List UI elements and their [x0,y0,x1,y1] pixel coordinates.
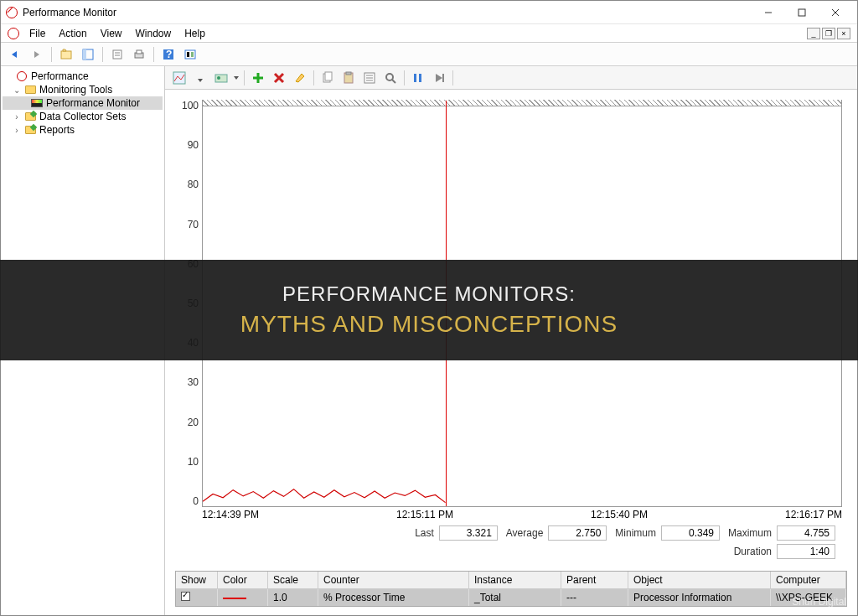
cell-counter: % Processor Time [318,589,469,606]
svg-rect-7 [113,50,121,59]
forward-button[interactable] [28,45,46,64]
col-instance[interactable]: Instance [469,572,561,588]
svg-rect-32 [442,74,444,82]
tree-performance-monitor[interactable]: Performance Monitor [3,96,163,110]
y-tick: 0 [172,495,199,507]
col-show[interactable]: Show [176,572,218,588]
zoom-button[interactable] [381,69,400,87]
svg-text:?: ? [166,49,172,60]
menu-action[interactable]: Action [52,26,93,41]
menu-view[interactable]: View [94,26,129,41]
close-button[interactable] [819,3,852,23]
svg-rect-14 [185,50,195,59]
svg-point-28 [386,74,393,80]
display-type-button[interactable] [212,69,230,87]
app-icon [6,7,18,18]
expander-icon[interactable]: ⌄ [13,85,21,95]
col-parent[interactable]: Parent [561,572,628,588]
stats-panel: Last3.321 Average2.750 Minimum0.349 Maxi… [172,520,842,564]
view-type-button[interactable] [170,69,189,87]
view-dropdown-button[interactable] [191,69,209,87]
y-tick: 30 [172,376,199,388]
y-tick: 70 [172,219,199,230]
toolbar-separator [244,70,245,85]
grid-header-row: Show Color Scale Counter Instance Parent… [176,572,846,589]
manage-addons-button[interactable] [181,45,199,64]
mdi-minimize-button[interactable]: _ [807,28,820,39]
svg-line-29 [392,80,395,83]
grid-row[interactable]: 1.0 % Processor Time _Total --- Processo… [176,589,846,606]
stat-value-last: 3.321 [439,525,498,541]
color-swatch [223,598,246,599]
help-button[interactable]: ? [159,45,178,64]
col-counter[interactable]: Counter [318,572,469,588]
print-button[interactable] [130,45,148,64]
overlay-banner: PERFORMANCE MONITORS: MYTHS AND MISCONCE… [0,260,858,360]
add-counter-button[interactable] [249,69,267,87]
menu-window[interactable]: Window [129,26,178,41]
cell-object: Processor Information [628,589,771,606]
svg-rect-16 [191,52,194,57]
col-object[interactable]: Object [628,572,771,588]
properties-button[interactable] [108,45,127,64]
y-tick: 10 [172,456,199,468]
show-hide-tree-button[interactable] [57,45,75,64]
stat-label-avg: Average [506,527,543,539]
counters-grid[interactable]: Show Color Scale Counter Instance Parent… [175,571,847,607]
tree-label: Data Collector Sets [39,111,126,122]
toolbar-separator [153,47,154,62]
mdi-restore-button[interactable]: ❐ [822,28,835,39]
copy-button[interactable] [318,69,337,87]
tree-label: Performance [31,70,89,82]
tree-root-performance[interactable]: Performance [3,70,163,83]
svg-point-19 [217,76,220,80]
tree-reports[interactable]: › Reports [3,123,163,137]
col-computer[interactable]: Computer [771,572,846,588]
col-color[interactable]: Color [218,572,268,588]
mmc-icon [8,28,19,39]
update-button[interactable] [430,69,448,87]
menu-help[interactable]: Help [178,26,212,41]
tree-monitoring-tools[interactable]: ⌄ Monitoring Tools [3,83,163,96]
mdi-close-button[interactable]: × [837,28,850,39]
folder-icon [25,112,36,121]
svg-rect-6 [83,49,86,60]
back-button[interactable] [6,45,24,64]
properties-layout-button[interactable] [79,45,97,64]
highlight-button[interactable] [291,69,309,87]
svg-rect-15 [187,52,189,57]
stat-label-max: Maximum [728,527,772,539]
svg-rect-21 [325,72,332,80]
toolbar-separator [102,47,103,62]
menu-file[interactable]: File [23,26,52,41]
toolbar-separator [313,70,314,85]
x-tick: 12:15:11 PM [396,509,453,520]
window-title: Performance Monitor [23,7,752,18]
cell-scale: 1.0 [268,589,318,606]
x-tick: 12:16:17 PM [785,509,842,520]
expander-icon[interactable]: › [13,126,21,135]
minimize-button[interactable] [752,3,785,23]
col-scale[interactable]: Scale [268,572,318,588]
x-axis: 12:14:39 PM12:15:11 PM12:15:40 PM12:16:1… [172,507,842,520]
chevron-down-icon[interactable] [233,71,240,85]
maximize-button[interactable] [785,3,819,23]
tree-data-collector-sets[interactable]: › Data Collector Sets [3,110,163,123]
properties-dialog-button[interactable] [360,69,379,87]
stat-value-dur: 1:40 [777,544,835,559]
expander-icon[interactable]: › [13,112,21,122]
y-tick: 90 [172,139,199,151]
freeze-button[interactable] [409,69,427,87]
delete-counter-button[interactable] [270,69,288,87]
show-checkbox[interactable] [181,592,190,601]
svg-rect-31 [419,74,421,82]
x-tick: 12:15:40 PM [591,509,648,520]
stat-label-last: Last [415,527,434,539]
paste-button[interactable] [339,69,358,87]
graph-toolbar [165,66,857,90]
svg-rect-1 [799,9,805,16]
stat-value-avg: 2.750 [548,525,607,541]
menubar: File Action View Window Help _ ❐ × [1,24,857,43]
monitor-icon [31,99,43,107]
perf-root-icon [17,71,27,81]
